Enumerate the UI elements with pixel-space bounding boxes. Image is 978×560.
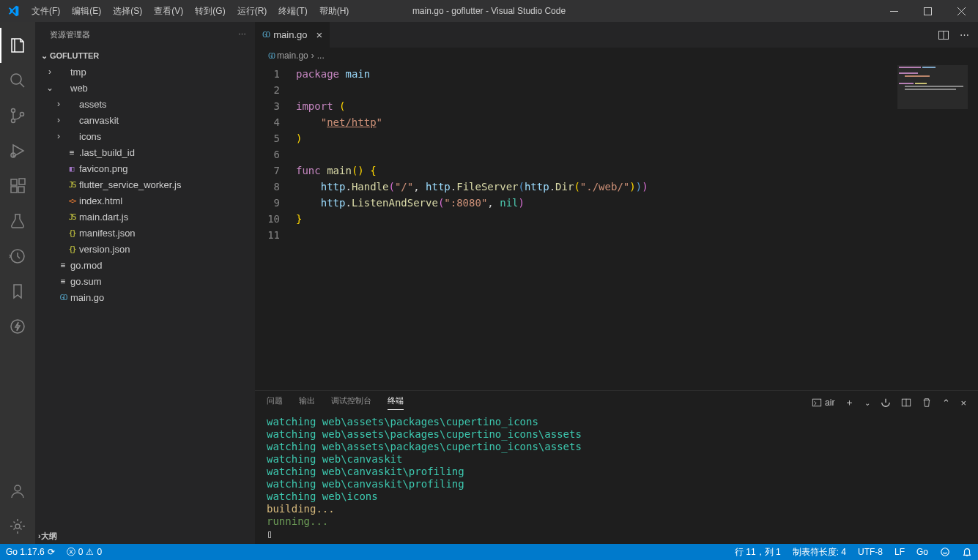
terminal-dropdown-icon[interactable]: ⌄ (864, 399, 870, 407)
tree-item[interactable]: ≡.last_build_id (35, 144, 255, 160)
menu-item[interactable]: 编辑(E) (66, 0, 107, 22)
tree-item-label: go.sum (70, 276, 102, 287)
tree-item-label: favicon.png (79, 163, 128, 174)
close-tab-icon[interactable]: × (316, 29, 323, 41)
tree-item[interactable]: ›tmp (35, 64, 255, 80)
status-indent[interactable]: 制表符长度: 4 (787, 546, 852, 559)
tree-item-label: assets (79, 99, 107, 110)
tree-item[interactable]: ›canvaskit (35, 112, 255, 128)
close-panel-icon[interactable]: × (960, 397, 966, 408)
tree-item[interactable]: ›assets (35, 96, 255, 112)
editor-body[interactable]: 1234567891011 package main import ( "net… (255, 64, 978, 390)
svg-rect-18 (922, 67, 936, 68)
panel-tab[interactable]: 输出 (299, 395, 315, 410)
tree-item[interactable]: {}manifest.json (35, 225, 255, 241)
status-feedback-icon[interactable] (934, 546, 956, 559)
new-terminal-icon[interactable]: ＋ (845, 396, 854, 409)
explorer-icon[interactable] (0, 28, 35, 63)
minimap[interactable] (897, 65, 968, 116)
kill-terminal-icon[interactable] (881, 397, 891, 408)
maximize-panel-icon[interactable]: ⌃ (942, 397, 950, 408)
tree-item[interactable]: ≡go.sum (35, 273, 255, 289)
extensions-icon[interactable] (0, 168, 35, 204)
close-button[interactable] (944, 0, 978, 22)
run-debug-icon[interactable] (0, 133, 35, 168)
menu-item[interactable]: 运行(R) (231, 0, 273, 22)
menu-item[interactable]: 终端(T) (273, 0, 313, 22)
tree-item[interactable]: ⌄web (35, 80, 255, 96)
tree-item[interactable]: ≡go.mod (35, 257, 255, 273)
tree-item[interactable]: JSmain.dart.js (35, 209, 255, 225)
trash-icon[interactable] (922, 397, 932, 408)
status-cursor-pos[interactable]: 行 11，列 1 (729, 546, 787, 559)
breadcrumb-more: ... (317, 51, 325, 61)
sidebar: 资源管理器 ⋯ ⌄ GOFLUTTER ›tmp⌄web›assets›canv… (35, 22, 255, 544)
more-actions-icon[interactable]: ⋯ (960, 29, 969, 40)
svg-point-13 (15, 485, 21, 491)
file-icon: ≡ (64, 148, 79, 157)
menu-item[interactable]: 帮助(H) (314, 0, 355, 22)
split-terminal-icon[interactable] (901, 397, 911, 408)
bookmark-icon[interactable] (0, 274, 35, 309)
panel-tabs: 问题输出调试控制台终端 air ＋ ⌄ ⌃ × (255, 391, 978, 414)
account-icon[interactable] (0, 474, 35, 509)
source-control-icon[interactable] (0, 98, 35, 133)
tree-item[interactable]: ◧favicon.png (35, 160, 255, 176)
search-icon[interactable] (0, 63, 35, 98)
tree-item[interactable]: ›icons (35, 128, 255, 144)
tree-item-label: version.json (79, 244, 130, 255)
editor-tab[interactable]: GO main.go × (255, 22, 330, 48)
terminal-body[interactable]: watching web\assets\packages\cupertino_i… (255, 414, 978, 544)
svg-point-2 (11, 74, 21, 84)
split-editor-icon[interactable] (938, 29, 949, 41)
file-icon: GO (56, 293, 70, 302)
go-file-icon: GO (262, 30, 269, 40)
outline-header[interactable]: › 大纲 (35, 528, 255, 544)
tree-item[interactable]: {}version.json (35, 241, 255, 257)
breadcrumbs[interactable]: GO main.go › ... (255, 48, 978, 64)
status-bell-icon[interactable] (956, 546, 978, 559)
menu-item[interactable]: 选择(S) (107, 0, 148, 22)
tree-item-label: tmp (70, 67, 86, 78)
panel-tab[interactable]: 调试控制台 (331, 395, 371, 410)
project-header[interactable]: ⌄ GOFLUTTER (35, 48, 255, 64)
status-language[interactable]: Go (911, 546, 934, 559)
file-icon: <> (64, 196, 79, 206)
status-eol[interactable]: LF (889, 546, 911, 559)
tree-item-label: index.html (79, 195, 122, 206)
history-icon[interactable] (0, 239, 35, 274)
editor-tabs: GO main.go × ⋯ (255, 22, 978, 48)
menu-item[interactable]: 文件(F) (26, 0, 66, 22)
thunder-icon[interactable] (0, 309, 35, 344)
minimize-button[interactable] (877, 0, 911, 22)
tree-item[interactable]: GOmain.go (35, 289, 255, 305)
file-icon: ≡ (56, 261, 70, 270)
tree-item[interactable]: <>index.html (35, 193, 255, 209)
tree-item-label: icons (79, 131, 101, 142)
status-encoding[interactable]: UTF-8 (852, 546, 889, 559)
menu-item[interactable]: 查看(V) (148, 0, 189, 22)
chevron-right-icon: › (311, 51, 314, 61)
status-go-version[interactable]: Go 1.17.6⟳ (0, 547, 61, 557)
svg-point-14 (15, 524, 20, 529)
status-problems[interactable]: ⓧ0 ⚠0 (61, 546, 108, 559)
file-tree: ›tmp⌄web›assets›canvaskit›icons≡.last_bu… (35, 64, 255, 305)
menu-item[interactable]: 转到(G) (189, 0, 231, 22)
panel-tab[interactable]: 问题 (267, 395, 283, 410)
error-icon: ⓧ (67, 546, 75, 559)
settings-gear-icon[interactable] (0, 509, 35, 544)
svg-rect-25 (812, 399, 820, 406)
testing-icon[interactable] (0, 204, 35, 239)
file-icon: ≡ (56, 277, 70, 286)
tree-item-label: main.dart.js (79, 212, 128, 223)
terminal-profile[interactable]: air (812, 397, 834, 408)
panel-tab[interactable]: 终端 (388, 395, 404, 410)
file-icon: {} (64, 244, 79, 254)
sidebar-more-icon[interactable]: ⋯ (238, 30, 246, 40)
code-area[interactable]: package main import ( "net/http") func m… (296, 64, 978, 390)
svg-rect-8 (11, 187, 17, 193)
project-name: GOFLUTTER (50, 51, 99, 60)
maximize-button[interactable] (911, 0, 944, 22)
svg-point-3 (12, 109, 15, 113)
tree-item[interactable]: JSflutter_service_worker.js (35, 176, 255, 193)
